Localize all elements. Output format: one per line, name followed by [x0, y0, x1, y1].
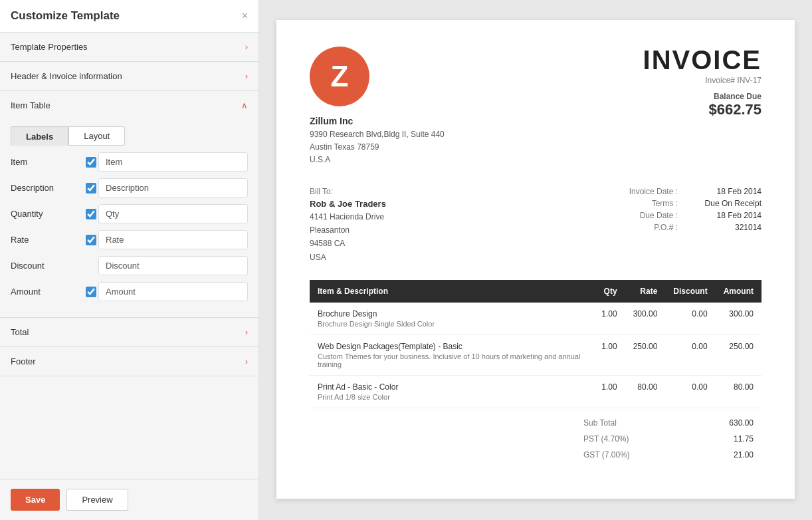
- field-input-discount[interactable]: [98, 256, 248, 275]
- chevron-right-icon: ›: [245, 356, 248, 366]
- field-checkbox-description[interactable]: [84, 183, 98, 194]
- sidebar-item-header-invoice[interactable]: Header & Invoice information ›: [0, 62, 258, 91]
- checkbox-quantity[interactable]: [86, 209, 96, 219]
- cell-rate: 300.00: [625, 303, 666, 335]
- company-logo: Z: [310, 47, 369, 106]
- invoice-number: Invoice# INV-17: [643, 76, 761, 85]
- field-checkbox-amount[interactable]: [84, 287, 98, 297]
- client-address-line4: USA: [310, 251, 386, 264]
- invoice-table: Item & Description Qty Rate Discount Amo…: [310, 280, 761, 408]
- field-row-discount: Discount: [11, 256, 248, 275]
- bill-to-block: Bill To: Rob & Joe Traders 4141 Hacienda…: [310, 187, 386, 265]
- save-button[interactable]: Save: [11, 489, 60, 511]
- total-value: 21.00: [734, 450, 754, 459]
- company-block: Z Zillum Inc 9390 Research Blvd,Bldg II,…: [310, 47, 445, 167]
- field-row-description: Description: [11, 178, 248, 197]
- chevron-up-icon: ∧: [241, 100, 248, 110]
- cell-rate: 80.00: [625, 376, 666, 408]
- detail-row-invoice-date: Invoice Date : 18 Feb 2014: [629, 187, 761, 196]
- tab-layout[interactable]: Layout: [68, 126, 125, 146]
- detail-key-invoice-date: Invoice Date :: [629, 187, 678, 196]
- field-label-quantity: Quantity: [11, 209, 84, 219]
- sidebar-item-total[interactable]: Total ›: [0, 318, 258, 347]
- field-rows: Item Description Quantity: [0, 146, 258, 317]
- invoice-page: Z Zillum Inc 9390 Research Blvd,Bldg II,…: [276, 20, 795, 499]
- detail-row-terms: Terms : Due On Receipt: [629, 199, 761, 208]
- totals-row: PST (4.70%) 11.75: [575, 431, 761, 447]
- client-name: Rob & Joe Traders: [310, 199, 386, 209]
- totals-row: Sub Total 630.00: [575, 415, 761, 431]
- detail-key-po: P.O.# :: [654, 223, 678, 232]
- detail-key-due-date: Due Date :: [640, 211, 678, 220]
- cell-qty: 1.00: [593, 376, 625, 408]
- tab-labels[interactable]: Labels: [11, 126, 68, 146]
- field-row-rate: Rate: [11, 230, 248, 249]
- cell-qty: 1.00: [593, 335, 625, 376]
- invoice-title: INVOICE: [643, 47, 761, 73]
- field-label-discount: Discount: [11, 261, 84, 271]
- cell-amount: 250.00: [716, 335, 761, 376]
- detail-val-invoice-date: 18 Feb 2014: [688, 187, 761, 196]
- cell-discount: 0.00: [665, 303, 715, 335]
- field-row-amount: Amount: [11, 282, 248, 301]
- table-row: Web Design Packages(Template) - Basic Cu…: [310, 335, 761, 376]
- bill-to-label: Bill To:: [310, 187, 386, 196]
- section-label: Template Properties: [11, 42, 88, 52]
- field-input-quantity[interactable]: [98, 204, 248, 223]
- col-header-discount: Discount: [665, 280, 715, 303]
- sidebar-item-template-properties[interactable]: Template Properties ›: [0, 33, 258, 62]
- section-label: Total: [11, 327, 29, 337]
- detail-val-due-date: 18 Feb 2014: [688, 211, 761, 220]
- preview-button[interactable]: Preview: [66, 489, 128, 511]
- cell-item-desc: Print Ad - Basic - Color Print Ad 1/8 si…: [310, 376, 593, 408]
- section-label: Footer: [11, 356, 36, 366]
- company-address-line3: U.S.A: [310, 154, 445, 166]
- section-label: Item Table: [11, 100, 51, 110]
- field-label-description: Description: [11, 183, 84, 193]
- total-value: 11.75: [734, 434, 754, 444]
- field-checkbox-item[interactable]: [84, 157, 98, 168]
- col-header-qty: Qty: [593, 280, 625, 303]
- detail-row-po: P.O.# : 321014: [629, 223, 761, 232]
- detail-row-due-date: Due Date : 18 Feb 2014: [629, 211, 761, 220]
- invoice-meta: Bill To: Rob & Joe Traders 4141 Hacienda…: [310, 187, 761, 265]
- checkbox-rate[interactable]: [86, 235, 96, 245]
- item-name: Print Ad - Basic - Color: [318, 382, 585, 392]
- close-icon[interactable]: ×: [242, 10, 248, 22]
- col-header-rate: Rate: [625, 280, 666, 303]
- field-input-amount[interactable]: [98, 282, 248, 301]
- checkbox-amount[interactable]: [86, 287, 96, 297]
- totals-row: GST (7.00%) 21.00: [575, 447, 761, 463]
- col-header-amount: Amount: [716, 280, 761, 303]
- table-row: Print Ad - Basic - Color Print Ad 1/8 si…: [310, 376, 761, 408]
- company-name: Zillum Inc: [310, 116, 445, 126]
- field-input-rate[interactable]: [98, 230, 248, 249]
- col-header-item-desc: Item & Description: [310, 280, 593, 303]
- cell-item-desc: Brochure Design Brochure Design Single S…: [310, 303, 593, 335]
- left-panel: Customize Template × Template Properties…: [0, 0, 259, 520]
- detail-key-terms: Terms :: [652, 199, 678, 208]
- field-row-quantity: Quantity: [11, 204, 248, 223]
- field-checkbox-rate[interactable]: [84, 235, 98, 245]
- item-name: Web Design Packages(Template) - Basic: [318, 342, 585, 351]
- field-checkbox-quantity[interactable]: [84, 209, 98, 219]
- cell-discount: 0.00: [665, 376, 715, 408]
- field-input-description[interactable]: [98, 178, 248, 197]
- cell-amount: 300.00: [716, 303, 761, 335]
- field-label-rate: Rate: [11, 235, 84, 245]
- item-name: Brochure Design: [318, 309, 585, 319]
- section-label: Header & Invoice information: [11, 71, 122, 81]
- company-info: Zillum Inc 9390 Research Blvd,Bldg II, S…: [310, 116, 445, 167]
- field-label-amount: Amount: [11, 287, 84, 297]
- item-table-section: Item Table ∧ Labels Layout Item Descript…: [0, 91, 258, 318]
- invoice-top: Z Zillum Inc 9390 Research Blvd,Bldg II,…: [310, 47, 761, 167]
- total-label: Sub Total: [583, 418, 617, 428]
- checkbox-description[interactable]: [86, 183, 96, 194]
- field-row-item: Item: [11, 152, 248, 172]
- checkbox-item[interactable]: [86, 157, 96, 168]
- field-input-item[interactable]: [98, 152, 248, 172]
- invoice-details: Invoice Date : 18 Feb 2014 Terms : Due O…: [629, 187, 761, 265]
- sidebar-item-item-table[interactable]: Item Table ∧: [0, 91, 258, 120]
- sidebar-item-footer[interactable]: Footer ›: [0, 347, 258, 376]
- totals-section: Sub Total 630.00 PST (4.70%) 11.75 GST (…: [310, 415, 761, 463]
